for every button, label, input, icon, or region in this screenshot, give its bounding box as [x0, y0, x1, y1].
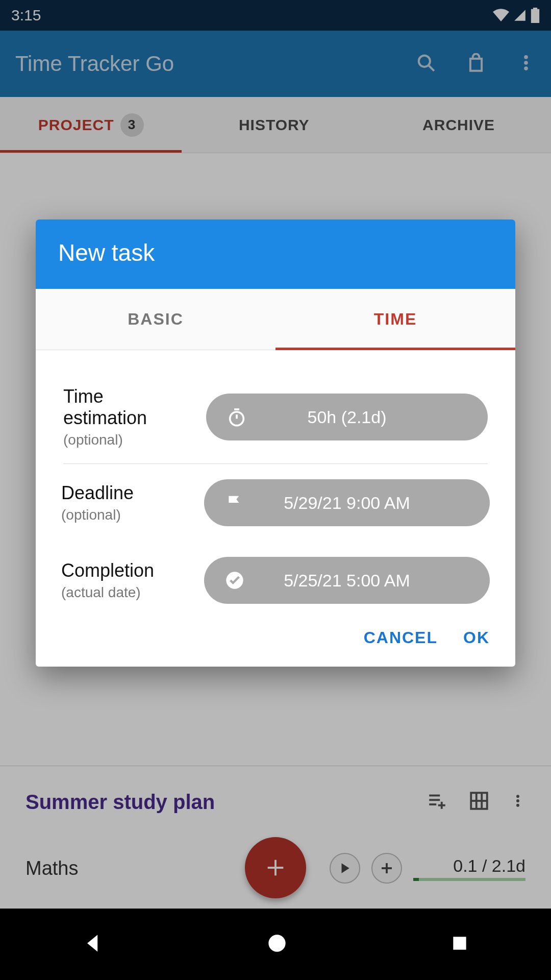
completion-button[interactable]: 5/25/21 5:00 AM	[204, 557, 490, 604]
nav-bar	[0, 909, 551, 980]
svg-point-25	[268, 935, 285, 951]
dialog-tab-basic-label: BASIC	[128, 310, 184, 329]
stopwatch-icon	[227, 407, 247, 427]
deadline-button[interactable]: 5/29/21 9:00 AM	[204, 479, 490, 526]
flag-icon	[224, 493, 245, 513]
dialog-tabs: BASIC TIME	[36, 289, 515, 350]
check-circle-icon	[224, 570, 245, 591]
completion-value: 5/25/21 5:00 AM	[284, 571, 410, 591]
dialog-title: New task	[36, 219, 515, 289]
field-estimation-sub: (optional)	[63, 432, 191, 448]
field-deadline-label: Deadline	[61, 482, 189, 504]
estimation-value: 50h (2.1d)	[308, 407, 387, 427]
field-estimation-label: Time estimation	[63, 386, 191, 429]
field-deadline: Deadline (optional) 5/29/21 9:00 AM	[51, 464, 500, 542]
nav-home-button[interactable]	[267, 933, 287, 955]
new-task-dialog: New task BASIC TIME Time estimation (opt…	[36, 219, 515, 667]
deadline-value: 5/29/21 9:00 AM	[284, 493, 410, 513]
estimation-button[interactable]: 50h (2.1d)	[206, 394, 488, 440]
field-deadline-sub: (optional)	[61, 507, 189, 523]
field-completion: Completion (actual date) 5/25/21 5:00 AM	[51, 542, 500, 619]
nav-back-button[interactable]	[82, 932, 104, 957]
cancel-button[interactable]: CANCEL	[364, 628, 438, 647]
svg-point-21	[230, 412, 244, 426]
field-completion-label: Completion	[61, 560, 189, 581]
dialog-tab-time[interactable]: TIME	[276, 289, 515, 350]
svg-rect-26	[454, 937, 466, 949]
dialog-actions: CANCEL OK	[36, 624, 515, 667]
ok-button[interactable]: OK	[463, 628, 490, 647]
dialog-tab-basic[interactable]: BASIC	[36, 289, 276, 350]
nav-recent-button[interactable]	[450, 934, 469, 955]
field-estimation: Time estimation (optional) 50h (2.1d)	[63, 371, 488, 464]
dialog-tab-time-label: TIME	[374, 310, 417, 329]
field-completion-sub: (actual date)	[61, 584, 189, 601]
